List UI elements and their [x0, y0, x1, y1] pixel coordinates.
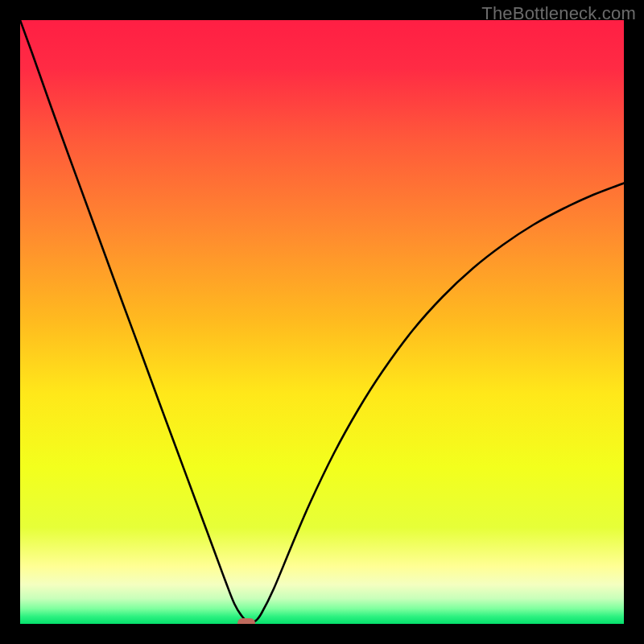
plot-area — [20, 20, 624, 624]
minimum-marker — [237, 618, 255, 625]
chart-frame: TheBottleneck.com — [0, 0, 644, 644]
bottleneck-curve — [20, 20, 624, 623]
watermark-text: TheBottleneck.com — [481, 3, 636, 24]
curve-layer — [20, 20, 624, 624]
